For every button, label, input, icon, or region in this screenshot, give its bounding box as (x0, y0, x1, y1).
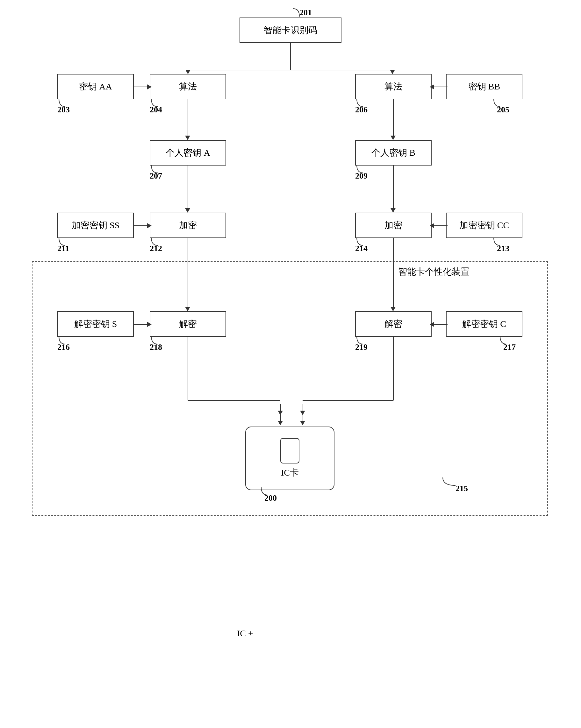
curly-219 (354, 335, 370, 346)
device-label: 智能卡个性化装置 (398, 266, 470, 278)
arrow-id-left (188, 70, 290, 70)
curly-217 (497, 335, 516, 346)
arrow-decr-left (303, 400, 394, 401)
personal-key-b-box: 个人密钥 B (355, 140, 432, 165)
arrowhead-encss (147, 223, 152, 228)
curly-215 (439, 476, 465, 489)
key-aa-box: 密钥 AA (57, 74, 134, 99)
arrowhead-pkey-b (390, 136, 396, 140)
arrow-id-right (290, 70, 393, 70)
smart-card-id-box: 智能卡识别码 (239, 18, 342, 43)
curly-200 (258, 486, 274, 497)
arrowhead-enc-left (185, 208, 190, 213)
curly-205 (490, 97, 510, 108)
curly-209 (354, 163, 370, 175)
arrowhead-algo-right (390, 70, 395, 74)
arrowhead-decs (147, 322, 152, 327)
arrowhead-enc-right (390, 208, 396, 213)
arrowhead-enccc (430, 223, 434, 228)
enc-key-ss-box: 加密密钥 SS (57, 213, 134, 238)
ic-card-label: IC卡 (281, 467, 299, 479)
key-bb-box: 密钥 BB (446, 74, 522, 99)
algo-left-box: 算法 (150, 74, 226, 99)
algo-right-box: 算法 (355, 74, 432, 99)
arrowhead-keyaa (147, 84, 152, 89)
curly-218 (148, 335, 164, 346)
curly-203 (56, 97, 72, 108)
curly-207 (148, 163, 164, 175)
arrow-id-down (290, 43, 291, 70)
arrowhead-pkey-a (185, 136, 190, 140)
curly-212 (148, 236, 164, 247)
ic-card-chip (280, 438, 299, 464)
arrow-pkeya-enc (187, 165, 188, 210)
curly-211 (56, 236, 72, 247)
arrow-decl-down2 (280, 404, 281, 423)
arrowhead-dec-right (390, 307, 396, 311)
diagram: 智能卡识别码 201 密钥 AA 203 算法 204 算法 (0, 0, 581, 728)
arrowhead-decc (430, 322, 434, 327)
arrow-decl-down (187, 337, 188, 400)
arrow-algo-left-down (187, 99, 188, 137)
arrow-decr-down2 (303, 404, 303, 423)
arrowhead-ic-right2 (300, 421, 305, 425)
decrypt-left-box: 解密 (150, 311, 226, 337)
arrowhead-algo-left (185, 70, 191, 74)
ic-plus-label: IC + (237, 628, 253, 639)
arrow-decr-down (393, 337, 394, 400)
arrowhead-dec-left (185, 307, 190, 311)
arrow-algo-right-down (393, 99, 394, 137)
ic-card: IC卡 (245, 426, 334, 490)
arrow-decl-right (188, 400, 280, 401)
arrowhead-ic-left2 (278, 421, 283, 425)
arrowhead-keybb (430, 84, 434, 89)
smart-card-id-label: 智能卡识别码 (264, 24, 317, 36)
arrow-enc-right-down (393, 238, 394, 309)
encrypt-left-box: 加密 (150, 213, 226, 238)
curly-204 (148, 97, 164, 108)
curly-214 (354, 236, 370, 247)
personal-key-a-box: 个人密钥 A (150, 140, 226, 165)
dec-key-c-box: 解密密钥 C (446, 311, 522, 337)
dec-key-s-box: 解密密钥 S (57, 311, 134, 337)
curly-213 (490, 236, 510, 247)
ref-201-line (283, 7, 303, 18)
decrypt-right-box: 解密 (355, 311, 432, 337)
enc-key-cc-box: 加密密钥 CC (446, 213, 522, 238)
curly-206 (354, 97, 370, 108)
arrow-pkeyb-enc (393, 165, 394, 210)
arrow-enc-left-down (187, 238, 188, 309)
encrypt-right-box: 加密 (355, 213, 432, 238)
curly-216 (56, 335, 72, 346)
